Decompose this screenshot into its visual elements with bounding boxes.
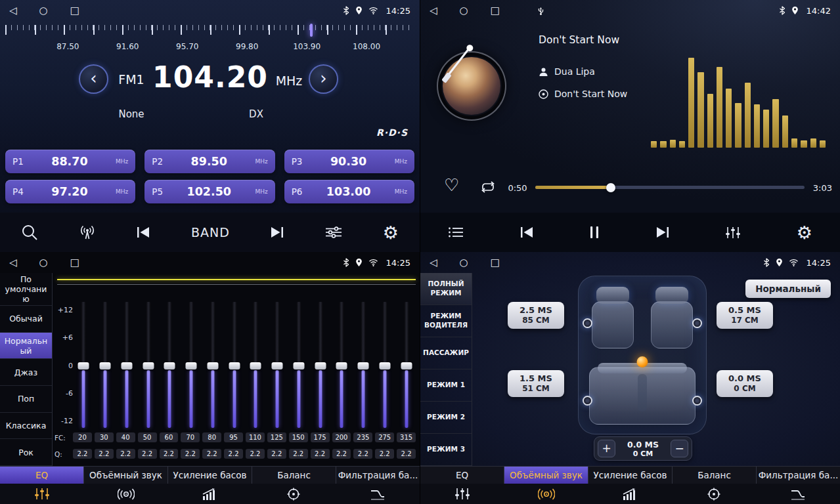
eq-slider-knob[interactable] <box>143 362 154 369</box>
eq-band-slider[interactable] <box>309 302 331 428</box>
surround-tab-icon-cell[interactable] <box>504 484 588 504</box>
nav-recent-icon[interactable]: □ <box>70 258 79 268</box>
previous-track-button[interactable] <box>519 226 534 238</box>
tab-filter[interactable]: Фильтрация ба... <box>336 467 420 484</box>
preset-p5[interactable]: P5102.50MHz <box>144 180 275 203</box>
delay-increase-button[interactable]: + <box>598 440 615 457</box>
eq-band-slider[interactable] <box>395 302 417 428</box>
eq-band-slider[interactable] <box>331 302 353 428</box>
eq-preset-custom[interactable]: Обычай <box>0 306 52 333</box>
surround-tab-icon-cell[interactable] <box>84 484 168 504</box>
eq-slider-knob[interactable] <box>250 362 261 369</box>
eq-slider-knob[interactable] <box>100 362 111 369</box>
eq-band-slider[interactable] <box>116 302 138 428</box>
tab-eq[interactable]: EQ <box>420 467 504 484</box>
eq-band-slider[interactable] <box>202 302 224 428</box>
field-preset-button[interactable]: Нормальный <box>745 280 831 298</box>
car-cabin-diagram[interactable] <box>578 276 707 434</box>
scan-button[interactable] <box>21 224 38 241</box>
nav-recent-icon[interactable]: □ <box>491 6 500 16</box>
nav-home-icon[interactable]: ○ <box>39 6 48 16</box>
front-right-delay-button[interactable]: 0.5 MS 17 CM <box>717 302 773 329</box>
eq-slider-knob[interactable] <box>336 362 347 369</box>
next-station-button[interactable] <box>270 226 284 238</box>
tab-surround[interactable]: Объёмный звук <box>84 467 168 484</box>
favorite-button[interactable]: ♡ <box>444 177 459 194</box>
eq-slider-knob[interactable] <box>207 362 218 369</box>
eq-preset-pop[interactable]: Поп <box>0 386 52 413</box>
eq-slider-knob[interactable] <box>379 362 390 369</box>
eq-band-slider[interactable] <box>159 302 181 428</box>
nav-back-icon[interactable]: ◁ <box>9 6 17 16</box>
eq-preset-normal[interactable]: Нормальный <box>0 333 52 360</box>
tune-options-button[interactable] <box>325 226 342 238</box>
balance-tab-icon-cell[interactable] <box>672 484 756 504</box>
band-button[interactable]: BAND <box>191 225 230 240</box>
tab-balance[interactable]: Баланс <box>673 467 757 484</box>
mode-full[interactable]: ПОЛНЫЙ РЕЖИМ <box>420 273 472 305</box>
filter-tab-icon-cell[interactable] <box>336 484 420 504</box>
tab-surround[interactable]: Объёмный звук <box>504 467 588 484</box>
tab-bass-boost[interactable]: Усиление басов <box>588 467 673 484</box>
listening-position-marker[interactable] <box>637 356 648 368</box>
preset-p3[interactable]: P390.30MHz <box>284 150 414 173</box>
tab-balance[interactable]: Баланс <box>252 467 336 484</box>
eq-band-slider[interactable] <box>374 302 396 428</box>
eq-preset-classic[interactable]: Классика <box>0 413 52 440</box>
nav-home-icon[interactable]: ○ <box>39 258 48 268</box>
eq-band-slider[interactable] <box>95 302 116 428</box>
eq-band-slider[interactable] <box>353 302 374 428</box>
pause-button[interactable] <box>589 226 600 239</box>
eq-tab-icon-cell[interactable] <box>420 484 504 504</box>
playlist-button[interactable] <box>448 226 464 238</box>
eq-preset-default[interactable]: По умолчанию <box>0 273 52 306</box>
eq-slider-knob[interactable] <box>121 362 132 369</box>
eq-tab-icon-cell[interactable] <box>0 484 84 504</box>
nav-home-icon[interactable]: ○ <box>460 6 468 16</box>
nav-back-icon[interactable]: ◁ <box>9 258 17 268</box>
preset-p6[interactable]: P6103.00MHz <box>284 180 414 203</box>
signal-mode-toggle[interactable]: None <box>118 108 144 120</box>
bass-tab-icon-cell[interactable] <box>588 484 673 504</box>
rear-right-delay-button[interactable]: 0.0 MS 0 CM <box>717 370 773 397</box>
eq-band-slider[interactable] <box>245 302 267 428</box>
nav-back-icon[interactable]: ◁ <box>430 6 437 16</box>
eq-band-slider[interactable] <box>73 302 95 428</box>
previous-station-button[interactable] <box>136 226 150 238</box>
mode-3[interactable]: РЕЖИМ 3 <box>420 434 472 466</box>
mode-passenger[interactable]: ПАССАЖИР <box>420 337 472 369</box>
audio-settings-button[interactable] <box>725 226 741 239</box>
eq-slider-knob[interactable] <box>164 362 175 369</box>
front-left-delay-button[interactable]: 2.5 MS 85 CM <box>508 302 564 329</box>
eq-slider-knob[interactable] <box>358 362 369 369</box>
nav-recent-icon[interactable]: □ <box>491 258 500 268</box>
tab-bass-boost[interactable]: Усиление басов <box>168 467 252 484</box>
eq-slider-knob[interactable] <box>186 362 197 369</box>
preset-p1[interactable]: P188.70MHz <box>5 150 135 173</box>
settings-button[interactable]: ⚙ <box>383 224 399 242</box>
tab-filter[interactable]: Фильтрация ба... <box>757 467 840 484</box>
nav-recent-icon[interactable]: □ <box>70 6 79 16</box>
eq-band-slider[interactable] <box>223 302 245 428</box>
eq-band-slider[interactable] <box>181 302 202 428</box>
mode-1[interactable]: РЕЖИМ 1 <box>420 369 472 402</box>
balance-tab-icon-cell[interactable] <box>252 484 336 504</box>
eq-band-slider[interactable] <box>267 302 288 428</box>
eq-band-slider[interactable] <box>288 302 310 428</box>
nav-home-icon[interactable]: ○ <box>460 258 468 268</box>
broadcast-button[interactable] <box>79 225 96 240</box>
eq-preset-jazz[interactable]: Джаз <box>0 359 52 386</box>
repeat-button[interactable] <box>479 181 497 193</box>
dx-mode-toggle[interactable]: DX <box>249 108 263 120</box>
eq-slider-knob[interactable] <box>272 362 283 369</box>
eq-slider-knob[interactable] <box>315 362 326 369</box>
preset-p4[interactable]: P497.20MHz <box>5 180 135 203</box>
bass-tab-icon-cell[interactable] <box>168 484 252 504</box>
tune-up-button[interactable]: › <box>309 64 338 94</box>
mode-driver[interactable]: РЕЖИМ ВОДИТЕЛЯ <box>420 305 472 337</box>
tab-eq[interactable]: EQ <box>0 467 84 484</box>
mode-2[interactable]: РЕЖИМ 2 <box>420 402 472 434</box>
album-art[interactable] <box>437 51 506 121</box>
seek-bar-knob[interactable] <box>606 183 615 192</box>
eq-slider-knob[interactable] <box>78 362 89 369</box>
